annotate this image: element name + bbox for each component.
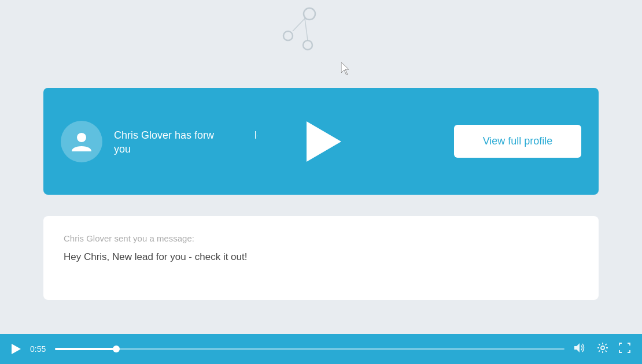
play-pause-button[interactable] — [12, 344, 21, 354]
svg-point-2 — [303, 40, 312, 50]
view-full-profile-button[interactable]: View full profile — [454, 125, 581, 158]
avatar — [61, 121, 102, 162]
volume-icon[interactable] — [574, 343, 586, 356]
svg-line-4 — [305, 18, 308, 40]
notification-sub: you — [114, 143, 131, 155]
svg-line-3 — [293, 18, 305, 31]
svg-point-6 — [77, 133, 86, 142]
progress-fill — [55, 348, 116, 350]
time-display: 0:55 — [30, 344, 46, 354]
notification-middle: le to — [254, 129, 274, 141]
notification-main: Chris Glover has forw — [114, 129, 214, 141]
svg-marker-5 — [341, 62, 349, 75]
svg-marker-7 — [574, 343, 580, 352]
svg-point-0 — [304, 8, 315, 20]
cursor — [341, 62, 352, 75]
share-icon-area — [278, 6, 324, 57]
video-controls-bar: 0:55 — [0, 334, 642, 364]
message-card: Chris Glover sent you a message: Hey Chr… — [43, 216, 599, 300]
fullscreen-icon[interactable] — [619, 343, 630, 356]
message-sender-line: Chris Glover sent you a message: — [64, 233, 578, 243]
notification-text: Chris Glover has forw le to you — [114, 128, 442, 155]
message-body: Hey Chris, New lead for you - check it o… — [64, 251, 578, 263]
controls-right — [574, 342, 630, 356]
settings-icon[interactable] — [597, 342, 608, 356]
svg-point-8 — [601, 346, 604, 350]
progress-thumb — [113, 346, 120, 352]
progress-bar[interactable] — [55, 348, 564, 350]
svg-point-1 — [283, 31, 293, 40]
play-button-large[interactable] — [307, 121, 341, 162]
